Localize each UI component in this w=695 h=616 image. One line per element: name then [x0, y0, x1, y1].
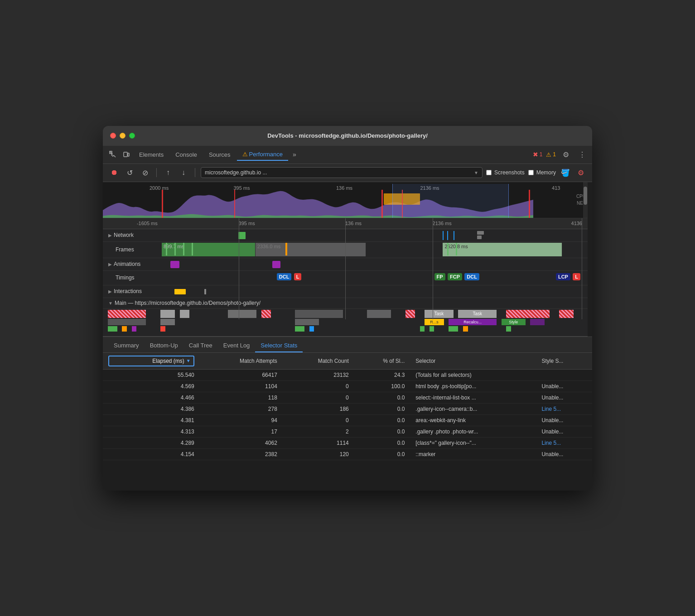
table-row: 4.289 4062 1114 0.0 [class*=" gallery-ic… — [103, 437, 592, 448]
table-header-row: Elapsed (ms) ▼ Match Attempts Match Coun… — [103, 353, 592, 370]
table-container: Elapsed (ms) ▼ Match Attempts Match Coun… — [103, 353, 592, 491]
memory-label: Memory — [536, 169, 556, 176]
tab-console[interactable]: Console — [170, 149, 203, 160]
main-row-header: ▼ Main — https://microsoftedge.github.io… — [103, 298, 588, 309]
animations-content — [162, 258, 588, 270]
record-button[interactable]: ⏺ — [108, 167, 120, 178]
th-pct[interactable]: % of Sl... — [354, 353, 410, 370]
match-count-6: 1114 — [283, 437, 354, 448]
screenshots-checkbox[interactable] — [486, 170, 492, 175]
maximize-button[interactable] — [129, 133, 135, 139]
match-attempts-5: 17 — [200, 426, 283, 437]
refresh-record-button[interactable]: ↺ — [124, 167, 135, 178]
selector-6: [class*=" gallery-icon--"... — [410, 437, 536, 448]
l-badge-1: L — [294, 273, 302, 280]
upload-button[interactable]: ↑ — [162, 167, 174, 178]
svg-rect-5 — [162, 190, 163, 218]
minimize-button[interactable] — [120, 133, 125, 139]
tab-call-tree[interactable]: Call Tree — [183, 339, 218, 352]
match-attempts-6: 4062 — [200, 437, 283, 448]
error-badge: ✖ 1 — [533, 151, 543, 158]
pct-3: 0.0 — [354, 403, 410, 414]
tab-sources[interactable]: Sources — [203, 149, 236, 160]
timings-label: Timings — [103, 274, 162, 281]
pct-5: 0.0 — [354, 426, 410, 437]
pct-2: 0.0 — [354, 392, 410, 403]
th-selector[interactable]: Selector — [410, 353, 536, 370]
device-icon[interactable] — [120, 148, 133, 161]
memory-group: Memory — [528, 169, 556, 176]
animations-row: ▶ Animations — [103, 258, 588, 271]
table-row: 4.381 94 0 0.0 area:-webkit-any-link Una… — [103, 414, 592, 426]
ruler-neg1605: -1605 ms — [137, 221, 158, 226]
pct-1: 100.0 — [354, 380, 410, 392]
th-elapsed[interactable]: Elapsed (ms) ▼ — [103, 353, 200, 370]
timeline-section: 2000 ms 395 ms 136 ms 2136 ms 413 — [103, 182, 592, 337]
scrollbar-thumb[interactable] — [584, 187, 587, 205]
ruler-395: 395 ms — [239, 221, 255, 226]
style-s-1: Unable... — [536, 380, 592, 392]
perf-settings-icon[interactable]: ⚙ — [575, 167, 587, 178]
dcl-badge-2: DCL — [464, 273, 479, 280]
timeline-ruler: -1605 ms 395 ms 136 ms 2136 ms 4136 — [103, 218, 588, 229]
style-s-3[interactable]: Line 5... — [536, 403, 592, 414]
match-attempts-2: 118 — [200, 392, 283, 403]
settings-icon[interactable]: ⚙ — [560, 148, 572, 161]
broom-icon[interactable]: 🪣 — [560, 167, 571, 178]
timeline-scrollbar[interactable] — [583, 182, 588, 218]
pct-4: 0.0 — [354, 414, 410, 426]
elapsed-6: 4.289 — [103, 437, 200, 448]
tab-bar: Elements Console Sources ⚠Performance » … — [103, 146, 592, 164]
tab-performance[interactable]: ⚠Performance — [237, 149, 288, 161]
elapsed-header-content: Elapsed (ms) ▼ — [108, 356, 194, 366]
url-dropdown-icon[interactable]: ▼ — [474, 170, 478, 175]
lcp-badge: LCP — [556, 273, 570, 280]
table-row: 4.154 2382 120 0.0 ::marker Unable... — [103, 448, 592, 460]
fp-badge: FP — [434, 273, 445, 280]
match-attempts-3: 278 — [200, 403, 283, 414]
pct-6: 0.0 — [354, 437, 410, 448]
tab-bottom-up[interactable]: Bottom-Up — [145, 339, 183, 352]
tab-elements[interactable]: Elements — [134, 149, 169, 160]
download-button[interactable]: ↓ — [178, 167, 189, 178]
match-attempts-4: 94 — [200, 414, 283, 426]
timings-row: Timings DCL L FP FCP DCL — [103, 271, 588, 285]
toolbar: ⏺ ↺ ⊘ ↑ ↓ microsoftedge.github.io ... ▼ … — [103, 164, 592, 182]
close-button[interactable] — [110, 133, 116, 139]
bottom-section: Summary Bottom-Up Call Tree Event Log Se… — [103, 337, 592, 491]
match-count-7: 120 — [283, 448, 354, 460]
style-s-4: Unable... — [536, 414, 592, 426]
cpu-net-chart[interactable]: 2000 ms 395 ms 136 ms 2136 ms 413 — [103, 182, 588, 218]
tab-more-button[interactable]: » — [289, 151, 300, 158]
tab-selector-stats[interactable]: Selector Stats — [255, 339, 303, 352]
th-match-attempts[interactable]: Match Attempts — [200, 353, 283, 370]
bottom-tabs: Summary Bottom-Up Call Tree Event Log Se… — [103, 337, 592, 353]
th-style-s[interactable]: Style S... — [536, 353, 592, 370]
selector-5: .gallery .photo .photo-wr... — [410, 426, 536, 437]
ruler-2136: 2136 ms — [433, 221, 452, 226]
elapsed-5: 4.313 — [103, 426, 200, 437]
url-bar[interactable]: microsoftedge.github.io ... ▼ — [201, 167, 483, 178]
clear-button[interactable]: ⊘ — [139, 167, 151, 178]
elapsed-0: 55.540 — [103, 369, 200, 380]
selector-7: ::marker — [410, 448, 536, 460]
table-row: 4.386 278 186 0.0 .gallery-icon--camera:… — [103, 403, 592, 414]
ruler-136: 136 ms — [345, 221, 362, 226]
error-icon: ✖ — [533, 151, 538, 158]
tab-summary[interactable]: Summary — [108, 339, 145, 352]
network-row: ▶ Network — [103, 229, 588, 242]
memory-checkbox[interactable] — [528, 170, 534, 175]
table-row: 4.569 1104 0 100.0 html body .ps-tooltip… — [103, 380, 592, 392]
more-options-icon[interactable]: ⋮ — [576, 148, 589, 161]
pct-0: 24.3 — [354, 369, 410, 380]
table-body: 55.540 66417 23132 24.3 (Totals for all … — [103, 369, 592, 460]
tab-event-log[interactable]: Event Log — [218, 339, 256, 352]
warn-icon: ⚠ — [546, 151, 551, 158]
inspect-icon[interactable] — [106, 148, 119, 161]
main-section: ▼ Main — https://microsoftedge.github.io… — [103, 298, 588, 337]
style-s-6[interactable]: Line 5... — [536, 437, 592, 448]
performance-panel: 2000 ms 395 ms 136 ms 2136 ms 413 — [103, 182, 592, 491]
dcl-badge: DCL — [277, 273, 292, 280]
table-row: 55.540 66417 23132 24.3 (Totals for all … — [103, 369, 592, 380]
th-match-count[interactable]: Match Count — [283, 353, 354, 370]
